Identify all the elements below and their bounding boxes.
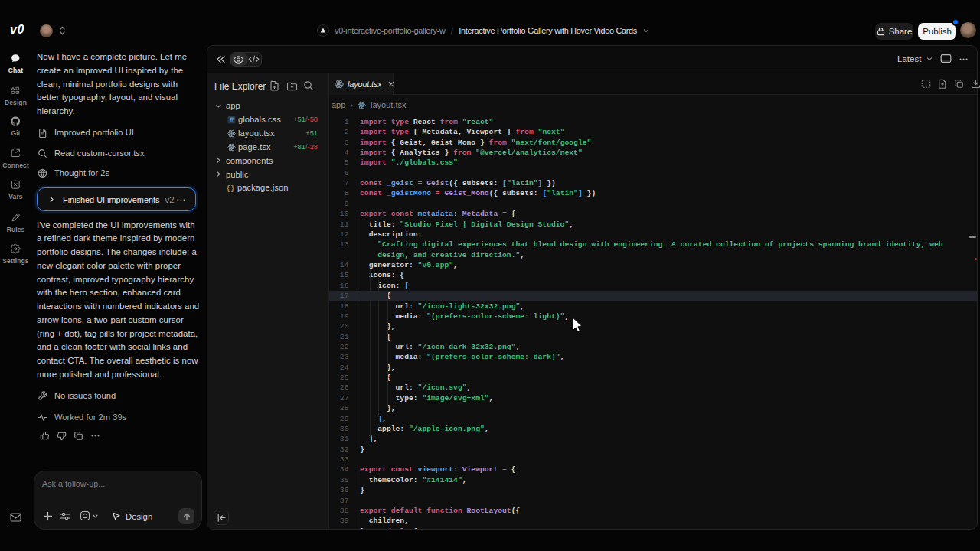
svg-text:#: # (230, 116, 234, 123)
